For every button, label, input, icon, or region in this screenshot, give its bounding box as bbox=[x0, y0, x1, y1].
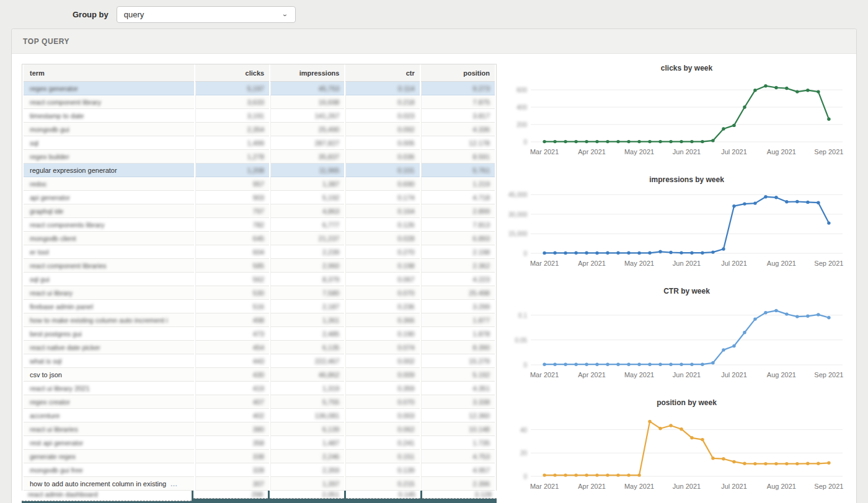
ctr-cell: 0.067 bbox=[345, 273, 419, 286]
ctr-cell: 0.028 bbox=[345, 232, 419, 245]
data-point bbox=[764, 462, 767, 465]
data-point bbox=[774, 462, 777, 465]
position-cell: 7.813 bbox=[421, 218, 495, 232]
table-row[interactable]: best postgres gui4732,4850.1901.878 bbox=[24, 327, 495, 341]
data-point bbox=[732, 460, 735, 463]
table-row[interactable]: react component library3,63316,6980.2187… bbox=[24, 95, 495, 109]
data-point bbox=[542, 473, 546, 476]
term-cell: accenture bbox=[24, 409, 194, 422]
table-row[interactable]: regex creator4075,7550.0703.338 bbox=[24, 395, 495, 409]
x-axis-label: Jun 2021 bbox=[673, 371, 701, 378]
data-point bbox=[806, 462, 809, 465]
impressions-cell: 16,698 bbox=[270, 95, 344, 109]
table-row[interactable]: mongodb client64521,2370.0286.893 bbox=[24, 232, 495, 245]
table-row[interactable]: regex builder1,27835,8370.0368.591 bbox=[24, 150, 495, 164]
data-point bbox=[701, 140, 704, 143]
table-row[interactable]: regex generator5,19745,7530.1149.273 bbox=[24, 82, 495, 95]
line-series bbox=[544, 310, 829, 364]
table-row[interactable]: react ui libraries3806,1390.06210.148 bbox=[24, 422, 495, 436]
query-table: termclicksimpressionsctrposition regex g… bbox=[22, 64, 497, 503]
clicks-cell: 3,191 bbox=[195, 109, 269, 123]
column-header-term[interactable]: term bbox=[24, 64, 194, 82]
term-cell: api generator bbox=[24, 191, 194, 204]
charts-column: clicks by week0200400600Mar 2021Apr 2021… bbox=[508, 64, 846, 503]
y-axis-label: 20 bbox=[508, 450, 527, 457]
table-row[interactable]: mongodb gui free3282,3590.1394.957 bbox=[24, 463, 495, 477]
table-row[interactable]: er tool6042,2390.2702.198 bbox=[24, 245, 495, 259]
table-row[interactable]: react component libraries5852,9600.1982.… bbox=[24, 259, 495, 273]
x-axis-label: May 2021 bbox=[624, 260, 654, 267]
data-point bbox=[732, 204, 735, 208]
y-axis-label: 0 bbox=[508, 473, 527, 480]
term-cell: redoc bbox=[24, 177, 194, 191]
data-point bbox=[616, 140, 619, 143]
column-header-impressions[interactable]: impressions bbox=[270, 64, 344, 82]
data-point bbox=[743, 462, 746, 465]
group-by-select[interactable]: query ⌄ bbox=[117, 6, 296, 23]
column-header-position[interactable]: position bbox=[421, 64, 495, 82]
x-axis-label: Apr 2021 bbox=[578, 148, 606, 155]
table-row[interactable]: sql gui5628,3790.0674.223 bbox=[24, 273, 495, 286]
impressions-cell: 46,862 bbox=[270, 368, 344, 382]
table-row[interactable]: redoc9571,3870.6901.219 bbox=[24, 177, 495, 191]
table-row[interactable]: how to make existing column auto increme… bbox=[24, 313, 495, 327]
x-axis-label: Apr 2021 bbox=[578, 371, 606, 378]
table-row[interactable]: react components library7826,7770.1267.8… bbox=[24, 218, 495, 232]
ctr-cell: 0.009 bbox=[345, 368, 419, 382]
x-axis-label: Aug 2021 bbox=[767, 483, 796, 490]
table-row[interactable]: accenture402136,0810.00312.360 bbox=[24, 409, 495, 422]
table-row[interactable]: graphql ide7974,8630.1642.899 bbox=[24, 204, 495, 218]
table-row[interactable]: rest api generator3581,4870.2411.735 bbox=[24, 436, 495, 450]
position-cell: 7.875 bbox=[421, 95, 495, 109]
table-row[interactable]: react native date picker4546,1350.0748.3… bbox=[24, 341, 495, 354]
x-axis-label: May 2021 bbox=[624, 483, 654, 490]
data-point bbox=[637, 473, 640, 476]
clicks-cell: 358 bbox=[195, 436, 269, 450]
data-point bbox=[743, 202, 746, 205]
table-row[interactable]: mongodb gui2,35425,4900.0924.336 bbox=[24, 123, 495, 136]
chart-ctr: CTR by week00.050.1Mar 2021Apr 2021May 2… bbox=[508, 287, 843, 381]
term-cell: generate regex bbox=[24, 450, 194, 463]
data-point bbox=[627, 473, 630, 476]
y-axis-label: 45,000 bbox=[508, 191, 527, 198]
data-point bbox=[680, 427, 683, 431]
data-point bbox=[680, 363, 683, 366]
table-row[interactable]: how to add auto increment column in exis… bbox=[24, 477, 495, 491]
term-cell: er tool bbox=[24, 245, 194, 259]
column-header-clicks[interactable]: clicks bbox=[195, 64, 269, 82]
term-cell: graphql ide bbox=[24, 204, 194, 218]
table-row[interactable]: regular expression generator1,20811,9650… bbox=[24, 164, 495, 177]
clicks-cell: 3,633 bbox=[195, 95, 269, 109]
partial-row-selection-strip[interactable]: react admin dashboard2982,0510.1453.128 bbox=[22, 491, 497, 503]
clicks-cell: 380 bbox=[195, 422, 269, 436]
data-point bbox=[827, 461, 830, 465]
data-point bbox=[542, 363, 546, 366]
data-point bbox=[669, 140, 672, 143]
table-row[interactable]: react ui library5307,5800.07025.498 bbox=[24, 286, 495, 300]
table-row[interactable]: firebase admin panel5162,1870.2363.299 bbox=[24, 300, 495, 313]
data-point bbox=[585, 140, 588, 143]
x-axis-label: Sep 2021 bbox=[814, 260, 843, 267]
clicks-cell: 454 bbox=[195, 341, 269, 354]
table-row[interactable]: what is sql443222,4670.00215.279 bbox=[24, 354, 495, 368]
data-point bbox=[648, 140, 651, 143]
table-row[interactable]: api generator9035,1920.1744.718 bbox=[24, 191, 495, 204]
y-axis-label: 200 bbox=[508, 121, 527, 128]
term-cell: react native date picker bbox=[24, 341, 194, 354]
partial-ctr-cell: 0.145 bbox=[346, 491, 420, 499]
impressions-cell: 8,379 bbox=[270, 273, 344, 286]
table-row[interactable]: react ui library 20214191,3190.3594.351 bbox=[24, 382, 495, 395]
table-row[interactable]: timestamp to date3,191141,2670.0233.817 bbox=[24, 109, 495, 123]
position-cell: 2.396 bbox=[421, 477, 495, 491]
impressions-cell: 6,135 bbox=[270, 341, 344, 354]
column-header-ctr[interactable]: ctr bbox=[345, 64, 419, 82]
data-point bbox=[553, 140, 556, 143]
data-point bbox=[585, 252, 588, 255]
position-cell: 12.178 bbox=[421, 136, 495, 150]
ctr-cell: 0.198 bbox=[345, 259, 419, 273]
term-cell: sql bbox=[24, 136, 194, 150]
table-row[interactable]: sql1,499287,8270.00512.178 bbox=[24, 136, 495, 150]
table-row[interactable]: csv to json43046,8620.0095.192 bbox=[24, 368, 495, 382]
ctr-cell: 0.236 bbox=[345, 300, 419, 313]
table-row[interactable]: generate regex3382,2460.1514.753 bbox=[24, 450, 495, 463]
